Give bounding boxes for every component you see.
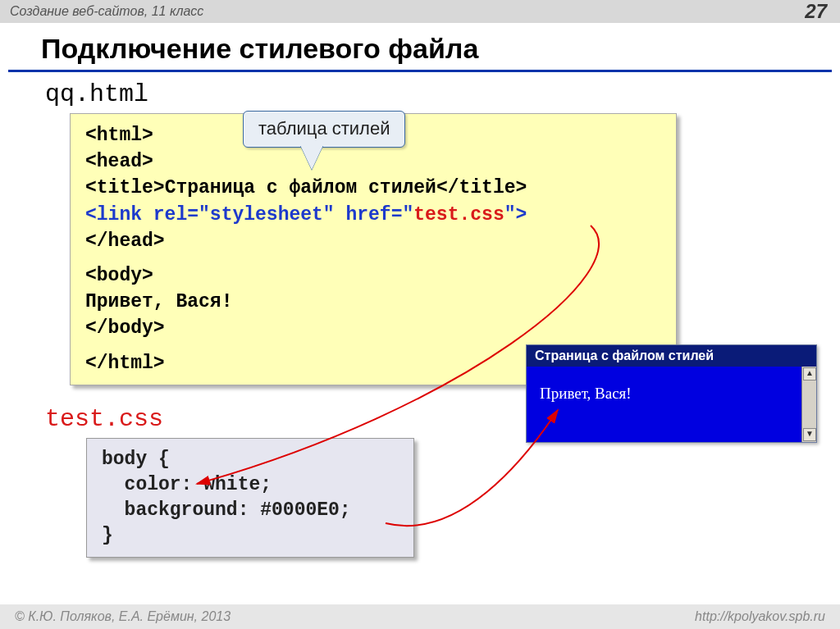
footer-bar: © К.Ю. Поляков, Е.А. Ерёмин, 2013 http:/… [0, 604, 840, 629]
callout-tail [300, 145, 323, 170]
scrollbar[interactable]: ▲ ▼ [801, 367, 816, 442]
scroll-up-icon[interactable]: ▲ [803, 367, 816, 381]
css-code-box: body { color: white; background: #0000E0… [86, 438, 414, 558]
css-line: background: #0000E0; [102, 498, 399, 523]
code-line-link: <link rel="stylesheet" href="test.css"> [85, 202, 661, 228]
header-bar: Создание веб-сайтов, 11 класс [0, 0, 840, 23]
course-label: Создание веб-сайтов, 11 класс [10, 4, 203, 19]
browser-titlebar: Страница с файлом стилей [527, 345, 816, 367]
browser-text: Привет, Вася! [540, 385, 632, 402]
css-line: color: white; [102, 472, 399, 498]
code-line: <head> [85, 148, 661, 175]
css-line: body { [102, 447, 399, 472]
css-line: } [102, 523, 399, 549]
slide-title: Подключение стилевого файла [8, 23, 832, 72]
footer-url: http://kpolyakov.spb.ru [695, 609, 825, 624]
scroll-down-icon[interactable]: ▼ [803, 428, 816, 441]
code-line: Привет, Вася! [85, 289, 661, 315]
callout-stylesheet: таблица стилей [243, 111, 405, 148]
copyright: © К.Ю. Поляков, Е.А. Ерёмин, 2013 [15, 609, 231, 624]
code-line: </body> [85, 315, 661, 341]
html-filename: qq.html [45, 80, 807, 108]
code-line: </head> [85, 228, 661, 254]
browser-body: Привет, Вася! ▲ ▼ [527, 367, 816, 442]
page-number: 27 [805, 0, 827, 23]
browser-preview: Страница с файлом стилей Привет, Вася! ▲… [526, 344, 817, 443]
code-line: <title>Страница с файлом стилей</title> [85, 175, 661, 201]
code-line: <body> [85, 262, 661, 289]
